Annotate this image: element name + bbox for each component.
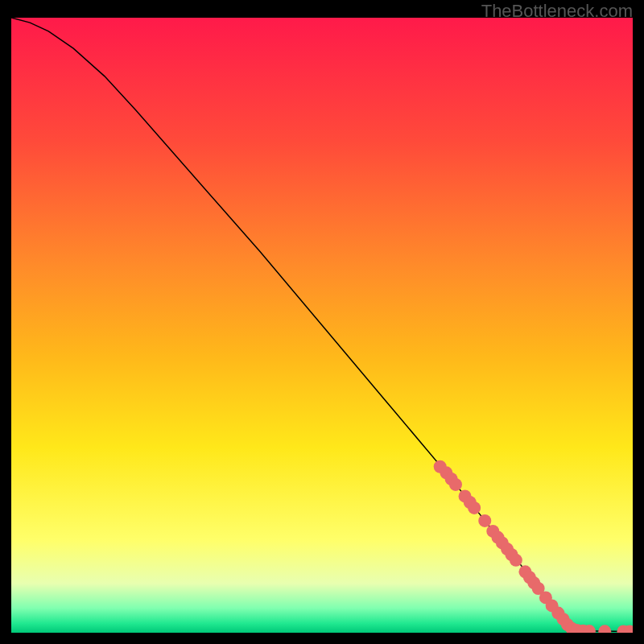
watermark-text: TheBottleneck.com [481,1,633,22]
chart-container [11,18,633,633]
data-marker [510,554,522,567]
data-marker [449,478,462,491]
chart-svg [11,18,633,633]
data-marker [478,514,491,527]
data-marker [468,502,481,514]
